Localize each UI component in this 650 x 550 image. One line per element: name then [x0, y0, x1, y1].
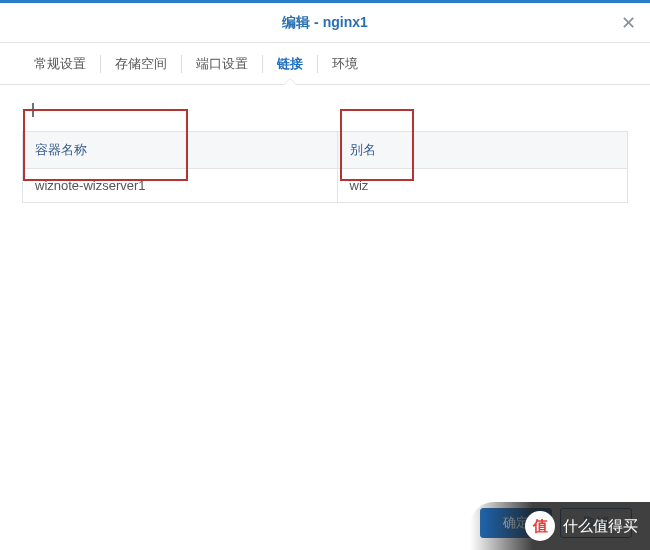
tab-label: 端口设置	[196, 55, 248, 73]
table-header-row: 容器名称 别名	[23, 132, 628, 169]
close-icon: ✕	[621, 12, 636, 34]
tab-links[interactable]: 链接	[263, 43, 317, 84]
links-table: 容器名称 别名 wiznote-wizserver1 wiz	[22, 131, 628, 203]
cell-container-name: wiznote-wizserver1	[23, 169, 338, 203]
close-button[interactable]: ✕	[616, 11, 640, 35]
add-button[interactable]	[22, 99, 44, 121]
dialog-title: 编辑 - nginx1	[282, 14, 368, 32]
tab-general[interactable]: 常规设置	[20, 43, 100, 84]
tab-bar: 常规设置 存储空间 端口设置 链接 环境	[0, 43, 650, 85]
svg-rect-0	[62, 109, 76, 111]
toolbar	[0, 85, 650, 131]
col-alias[interactable]: 别名	[337, 132, 627, 169]
cell-alias: wiz	[337, 169, 627, 203]
titlebar: 编辑 - nginx1 ✕	[0, 3, 650, 43]
links-table-wrap: 容器名称 别名 wiznote-wizserver1 wiz	[0, 131, 650, 203]
col-container-name[interactable]: 容器名称	[23, 132, 338, 169]
tab-port[interactable]: 端口设置	[182, 43, 262, 84]
edit-dialog: 编辑 - nginx1 ✕ 常规设置 存储空间 端口设置 链接 环境 容器名称 …	[0, 0, 650, 550]
tab-environment[interactable]: 环境	[318, 43, 372, 84]
watermark-badge: 值	[525, 511, 555, 541]
tab-label: 环境	[332, 55, 358, 73]
tab-label: 存储空间	[115, 55, 167, 73]
watermark-text: 什么值得买	[563, 517, 638, 536]
tab-label: 常规设置	[34, 55, 86, 73]
table-row[interactable]: wiznote-wizserver1 wiz	[23, 169, 628, 203]
plus-icon	[24, 101, 42, 119]
watermark: 值 什么值得买	[470, 502, 650, 550]
remove-button[interactable]	[58, 99, 80, 121]
tab-label: 链接	[277, 55, 303, 73]
minus-icon	[60, 101, 78, 119]
tab-volume[interactable]: 存储空间	[101, 43, 181, 84]
